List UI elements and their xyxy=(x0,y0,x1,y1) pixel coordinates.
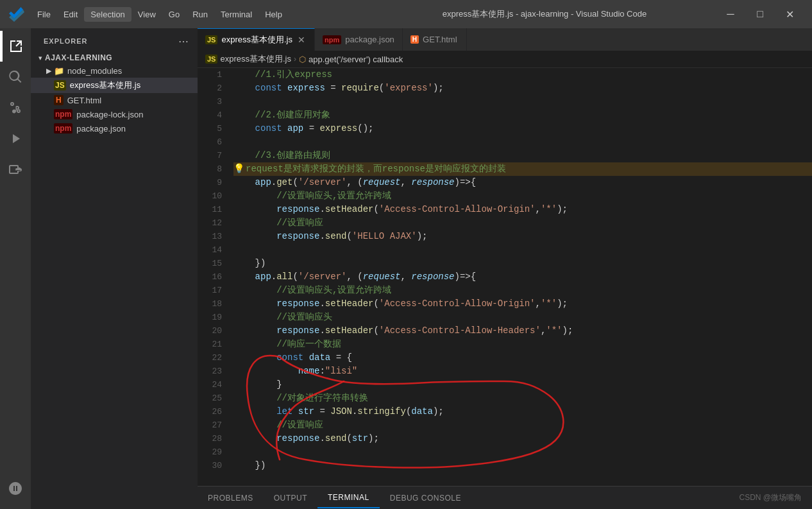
js-file-icon: JS xyxy=(54,80,66,91)
code-line-24: } xyxy=(233,378,812,392)
code-line-27: //设置响应 xyxy=(233,418,812,432)
tab-label: package.json xyxy=(345,35,394,44)
tree-item-node-modules[interactable]: ▶ 📁 node_modules xyxy=(31,64,198,78)
bottom-panel: PROBLEMS OUTPUT TERMINAL DEBUG CONSOLE C… xyxy=(198,486,812,509)
activity-search[interactable] xyxy=(0,62,31,92)
code-line-3 xyxy=(233,95,812,108)
main-layout: EXPLORER ⋯ ▾ AJAX-LEARNING ▶ 📁 node_modu… xyxy=(0,28,812,509)
watermark-text: CSDN @微场嘴角 xyxy=(471,487,812,509)
code-editor[interactable]: 1 2 3 4 5 6 7 8 9 10 11 12 13 14 15 16 1… xyxy=(198,68,812,486)
breadcrumb-context-icon: ⬡ xyxy=(299,55,306,64)
tab-label: express基本使用.js xyxy=(221,34,292,46)
breadcrumb: JS express基本使用.js › ⬡ app.get('/server')… xyxy=(198,51,812,68)
activity-run[interactable] xyxy=(0,123,31,154)
code-line-28: response.send(str); xyxy=(233,432,812,445)
menu-help[interactable]: Help xyxy=(258,7,289,22)
breadcrumb-file[interactable]: express基本使用.js xyxy=(220,53,291,65)
code-line-20: response.setHeader('Access-Control-Allow… xyxy=(233,324,812,338)
activity-extensions[interactable] xyxy=(0,154,31,185)
code-line-11: response.setHeader('Access-Control-Allow… xyxy=(233,203,812,216)
tab-label: GET.html xyxy=(423,35,457,44)
tab-js-icon: JS xyxy=(205,35,217,44)
folder-arrow-icon: ▶ xyxy=(46,67,51,75)
editor-tabs: JS express基本使用.js ✕ npm package.json H G… xyxy=(198,28,812,51)
maximize-button[interactable]: □ xyxy=(745,0,775,28)
sidebar-header: EXPLORER ⋯ xyxy=(31,28,198,51)
menu-run[interactable]: Run xyxy=(186,7,214,22)
activity-remote[interactable] xyxy=(0,473,31,504)
menu-selection[interactable]: Selection xyxy=(84,7,131,22)
code-line-8: 💡request是对请求报文的封装，而response是对响应报文的封装 xyxy=(233,162,812,176)
menu-terminal[interactable]: Terminal xyxy=(214,7,258,22)
activity-explorer[interactable] xyxy=(0,31,31,62)
menu-view[interactable]: View xyxy=(131,7,162,22)
panel-tab-debug[interactable]: DEBUG CONSOLE xyxy=(380,488,471,508)
breadcrumb-context[interactable]: app.get('/server') callback xyxy=(309,55,403,64)
activity-bar xyxy=(0,28,31,509)
tree-item-package-lock[interactable]: npm package-lock.json xyxy=(31,107,198,121)
root-label: AJAX-LEARNING xyxy=(45,53,112,62)
code-line-25: //对象进行字符串转换 xyxy=(233,392,812,405)
code-line-17: //设置响应头,设置允许跨域 xyxy=(233,284,812,297)
code-line-2: const express = require('express'); xyxy=(233,82,812,95)
code-line-13: response.send('HELLO AJAX'); xyxy=(233,230,812,243)
code-line-7: //3.创建路由规则 xyxy=(233,149,812,162)
code-line-6 xyxy=(233,135,812,149)
panel-tab-problems[interactable]: PROBLEMS xyxy=(198,488,264,508)
code-line-18: response.setHeader('Access-Control-Allow… xyxy=(233,297,812,311)
breadcrumb-sep-icon: › xyxy=(294,55,296,64)
vscode-logo xyxy=(8,5,26,23)
menu-edit[interactable]: Edit xyxy=(57,7,84,22)
folder-icon: 📁 xyxy=(54,66,64,76)
tree-item-get-html[interactable]: H GET.html xyxy=(31,93,198,107)
menu-go[interactable]: Go xyxy=(162,7,186,22)
close-button[interactable]: ✕ xyxy=(775,0,804,28)
tree-item-label: GET.html xyxy=(67,96,101,105)
tree-item-label: express基本使用.js xyxy=(70,80,141,91)
tab-express-js[interactable]: JS express基本使用.js ✕ xyxy=(198,28,315,51)
code-line-30: }) xyxy=(233,459,812,472)
tab-html-icon: H xyxy=(410,35,419,44)
code-line-10: //设置响应头,设置允许跨域 xyxy=(233,189,812,203)
tree-item-express-js[interactable]: JS express基本使用.js xyxy=(31,78,198,93)
minimize-button[interactable]: ─ xyxy=(716,0,745,28)
tab-package-json[interactable]: npm package.json xyxy=(315,28,403,51)
menu-file[interactable]: File xyxy=(31,7,57,22)
code-content[interactable]: //1.引入express const express = require('e… xyxy=(228,68,812,486)
code-line-29 xyxy=(233,445,812,459)
tab-close-button[interactable]: ✕ xyxy=(296,35,307,45)
code-line-26: let str = JSON.stringify(data); xyxy=(233,405,812,418)
tree-item-label: package-lock.json xyxy=(76,110,143,119)
editor-area: JS express基本使用.js ✕ npm package.json H G… xyxy=(198,28,812,509)
html-file-icon: H xyxy=(54,95,63,105)
window-title: express基本使用.js - ajax-learning - Visual … xyxy=(373,8,716,20)
code-line-12: //设置响应 xyxy=(233,216,812,230)
bulb-icon: 💡 xyxy=(233,162,244,176)
code-line-19: //设置响应头 xyxy=(233,311,812,324)
code-line-22: const data = { xyxy=(233,351,812,365)
code-line-23: name:"lisi" xyxy=(233,365,812,378)
code-line-1: //1.引入express xyxy=(233,68,812,82)
activity-source-control[interactable] xyxy=(0,92,31,123)
tab-get-html[interactable]: H GET.html xyxy=(403,28,467,51)
panel-tab-terminal[interactable]: TERMINAL xyxy=(317,488,380,508)
expand-arrow-icon: ▾ xyxy=(38,54,42,62)
breadcrumb-file-icon: JS xyxy=(205,55,217,64)
sidebar-actions: ⋯ xyxy=(177,35,190,47)
sidebar-title: EXPLORER xyxy=(44,37,88,45)
tab-npm-icon: npm xyxy=(323,35,341,44)
code-line-14 xyxy=(233,243,812,257)
code-line-5: const app = express(); xyxy=(233,122,812,135)
npm-file-icon: npm xyxy=(54,109,72,119)
menu-bar: File Edit Selection View Go Run Terminal… xyxy=(31,7,373,22)
panel-tab-output[interactable]: OUTPUT xyxy=(264,488,317,508)
window-controls: ─ □ ✕ xyxy=(716,0,804,28)
sidebar: EXPLORER ⋯ ▾ AJAX-LEARNING ▶ 📁 node_modu… xyxy=(31,28,198,509)
npm-file-icon: npm xyxy=(54,123,72,134)
tree-item-package-json[interactable]: npm package.json xyxy=(31,121,198,135)
titlebar: File Edit Selection View Go Run Terminal… xyxy=(0,0,812,28)
tree-root-ajax-learning[interactable]: ▾ AJAX-LEARNING xyxy=(31,51,198,64)
code-line-16: app.all('/server', (request, response)=>… xyxy=(233,270,812,284)
file-tree: ▾ AJAX-LEARNING ▶ 📁 node_modules JS expr… xyxy=(31,51,198,509)
new-file-button[interactable]: ⋯ xyxy=(177,35,190,47)
